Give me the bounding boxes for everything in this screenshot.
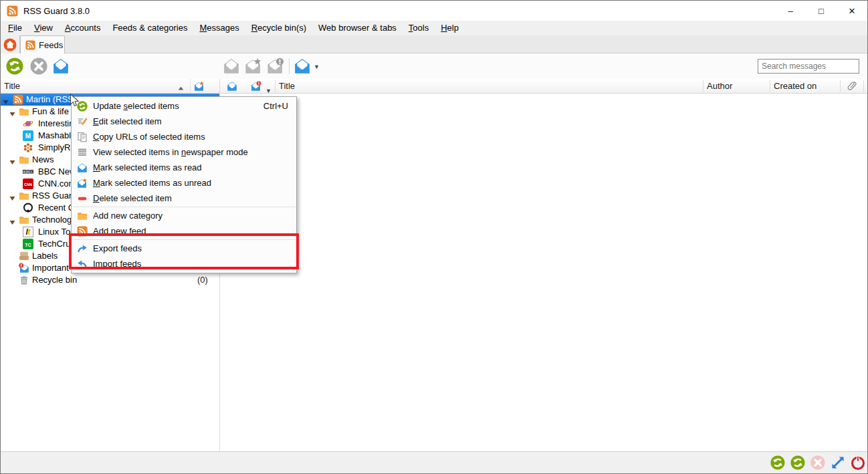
feed-tree-item-recycle-bin[interactable]: Recycle bin(0) — [1, 274, 219, 286]
menu-item-label: View selected items in newspaper mode — [93, 147, 248, 157]
menu-item-shortcut: Ctrl+U — [263, 101, 288, 111]
important-icon — [19, 263, 29, 273]
folder-icon — [77, 211, 88, 221]
rss-guard-window: RSS Guard 3.8.0 – □ ✕ FileViewAccountsFe… — [0, 0, 868, 474]
tab-home[interactable] — [1, 35, 20, 53]
menu-delete-selected-item[interactable]: Delete selected item — [72, 191, 296, 206]
menu-item-label: Mark selected items as read — [93, 162, 202, 172]
created-on-column-label: Created on — [770, 81, 817, 91]
newspaper-icon — [77, 147, 88, 158]
simplyrecipes-icon — [23, 142, 33, 153]
quit-power-button[interactable] — [851, 455, 865, 470]
mail-open-blue-icon — [77, 162, 88, 173]
author-column-header[interactable]: Author — [703, 79, 770, 94]
menu-newspaper-mode[interactable]: View selected items in newspaper mode — [72, 144, 296, 160]
mark-read-menu-button[interactable] — [294, 57, 311, 75]
maximize-button[interactable]: □ — [806, 1, 837, 21]
expander-arrow-icon[interactable] — [9, 217, 15, 223]
toolbar: ▼ — [1, 53, 867, 79]
mouse-cursor — [70, 94, 80, 108]
menu-item-label: Update selected items — [93, 101, 179, 111]
header-menu-dropdown[interactable]: ▼ — [265, 79, 275, 94]
menubar-item-tools[interactable]: Tools — [403, 21, 435, 35]
menu-mark-read[interactable]: Mark selected items as read — [72, 160, 296, 175]
tab-feeds-label: Feeds — [39, 40, 63, 50]
message-read-column-header[interactable] — [222, 79, 243, 94]
menubar-item-accounts[interactable]: Accounts — [59, 21, 106, 35]
header-separator — [863, 80, 864, 92]
expander-arrow-icon[interactable] — [9, 193, 15, 199]
menubar-item-recycle-bin-s[interactable]: Recycle bin(s) — [245, 21, 312, 35]
read-column-icon — [227, 81, 237, 92]
attachment-column-header[interactable] — [841, 79, 863, 94]
folder-icon — [19, 215, 29, 225]
unread-counts-column-icon — [194, 81, 205, 92]
expander-arrow-icon[interactable] — [9, 157, 15, 163]
search-input[interactable] — [758, 59, 859, 74]
fullscreen-toggle-icon[interactable] — [831, 455, 845, 470]
title-bar: RSS Guard 3.8.0 – □ ✕ — [1, 1, 867, 21]
techcrunch-icon: TC — [23, 239, 33, 249]
expander-arrow-icon[interactable] — [9, 109, 15, 115]
message-title-column-header[interactable]: Title — [276, 79, 703, 94]
feed-title-column-header[interactable]: Title — [1, 79, 190, 94]
feed-tree-item-label: Fun & life — [32, 106, 69, 118]
toolbar-separator — [289, 58, 290, 74]
menu-copy-urls[interactable]: Copy URLs of selected items — [72, 129, 296, 144]
copy-icon — [77, 132, 88, 142]
menu-edit-selected-item[interactable]: Edit selected item — [72, 114, 296, 129]
red-highlight-rectangle — [69, 233, 299, 269]
statusbar-update-all-button[interactable] — [790, 455, 805, 470]
menubar-item-feeds-categories[interactable]: Feeds & categories — [106, 21, 193, 35]
menu-item-label: Copy URLs of selected items — [93, 132, 205, 142]
menubar-item-web-browser-tabs[interactable]: Web browser & tabs — [312, 21, 403, 35]
stop-update-button[interactable] — [30, 57, 47, 75]
feed-tree-item-label: Recent C — [38, 202, 74, 214]
unread-count: (0) — [197, 274, 208, 286]
menu-mark-unread[interactable]: Mark selected items as unread — [72, 175, 296, 191]
mark-unread-disabled-button[interactable] — [245, 57, 262, 75]
statusbar-update-feeds-button[interactable] — [770, 455, 785, 470]
created-on-column-header[interactable]: Created on — [770, 79, 840, 94]
mark-important-disabled-button[interactable] — [267, 57, 284, 75]
feed-title-column-label: Title — [1, 81, 20, 91]
feed-tree-item-label: News — [32, 154, 54, 166]
cnn-icon: CNN — [23, 179, 33, 189]
update-feeds-button[interactable] — [6, 57, 23, 75]
expander-arrow-icon[interactable] — [3, 97, 9, 103]
feed-tree-item-label: Technology — [32, 214, 76, 226]
menu-item-label: Mark selected items as unread — [93, 178, 211, 188]
statusbar-stop-disabled-button[interactable] — [810, 455, 825, 470]
tab-feeds[interactable]: Feeds — [20, 35, 65, 53]
app-rss-icon — [7, 5, 18, 17]
menubar-item-file[interactable]: File — [2, 21, 28, 35]
bbc-icon: BBC — [23, 166, 33, 177]
menu-add-new-category[interactable]: Add new category — [72, 208, 296, 223]
menubar-item-view[interactable]: View — [28, 21, 59, 35]
importance-column-icon — [251, 81, 261, 92]
folder-icon — [19, 191, 29, 201]
feed-tree-item-label: RSS Guard — [32, 190, 76, 202]
planet-icon — [23, 118, 33, 129]
author-column-label: Author — [703, 81, 732, 91]
trash-icon — [19, 275, 29, 285]
sort-ascending-icon — [177, 82, 185, 90]
mark-read-disabled-button[interactable] — [223, 57, 240, 75]
message-importance-column-header[interactable] — [243, 79, 265, 94]
menu-update-selected-items[interactable]: Update selected itemsCtrl+U — [72, 98, 296, 114]
chevron-down-icon[interactable]: ▼ — [314, 64, 320, 70]
menubar-item-messages[interactable]: Messages — [193, 21, 245, 35]
labels-icon — [19, 251, 29, 261]
menubar-item-help[interactable]: Help — [435, 21, 465, 35]
folder-icon — [19, 106, 29, 117]
menu-item-label: Delete selected item — [93, 193, 172, 203]
svg-text:TC: TC — [25, 243, 31, 247]
home-icon — [3, 38, 17, 51]
feed-counts-column-header[interactable] — [190, 79, 219, 94]
minimize-button[interactable]: – — [775, 1, 806, 21]
github-icon — [23, 203, 33, 213]
mark-all-read-button[interactable] — [52, 57, 70, 75]
column-headers: Title ▼ Title Author Created on — [1, 79, 867, 94]
close-button[interactable]: ✕ — [837, 1, 867, 21]
feed-tree-item-label: Interestin — [38, 118, 74, 130]
